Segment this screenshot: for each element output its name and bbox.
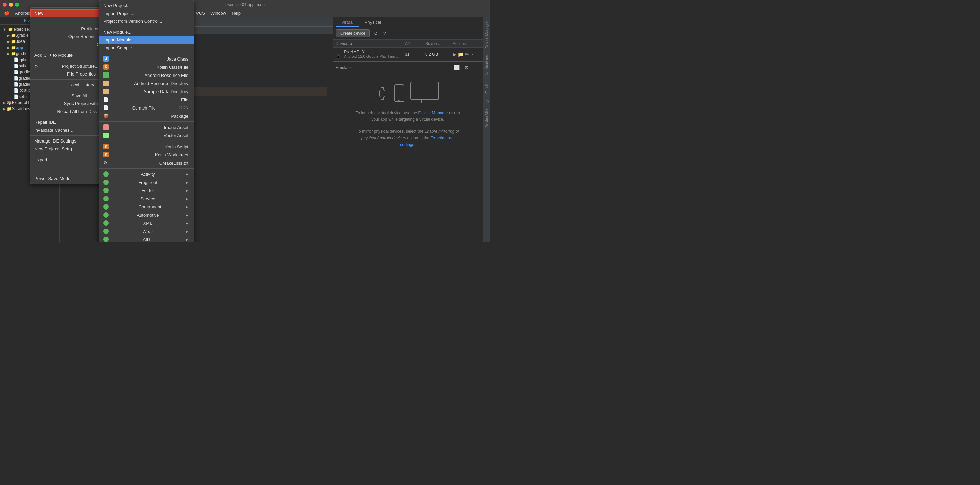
edit-device-button[interactable]: ✏ [465,52,469,57]
menu-help[interactable]: Help [229,10,243,16]
menu-run[interactable]: Run [164,10,177,16]
close-button[interactable] [3,3,7,7]
svg-point-5 [399,100,400,101]
menu-item-manage-ide[interactable]: Manage IDE Settings ▶ [30,137,128,145]
folder-scratch: 📁 [7,106,12,111]
tree-arrow-root: ▼ [3,27,6,31]
folder-icon-root: 📁 [8,27,13,32]
side-tab-device-manager[interactable]: Device Manager [484,18,489,51]
emulator-section: Emulator ⬜ ⚙ — [333,61,482,157]
open-recent-label: Open Recent [68,34,95,39]
help-button[interactable]: ? [382,30,388,37]
device-panel: Virtual Physical Create device ↺ ? Devic… [332,17,482,242]
emulator-header: Emulator ⬜ ⚙ — [336,64,480,71]
label-app: app [16,45,23,50]
header-device: Device ▲ [336,41,405,46]
run-device-button[interactable]: ▶ [453,52,456,57]
more-device-button[interactable]: ⋮ [470,52,475,57]
side-tab-notifications[interactable]: Notifications [484,52,489,78]
menu-item-new[interactable]: New ▶ [30,9,128,17]
open-recent-arrow: ▶ [120,35,123,38]
menu-apple[interactable]: 🍎 [2,10,12,16]
emulator-window-btn[interactable]: ⬜ [453,64,461,71]
maximize-button[interactable] [15,3,19,7]
emulator-settings-btn[interactable]: ⚙ [463,64,470,71]
arrow-gradle-f: ▶ [7,52,10,56]
header-api: API [405,41,425,46]
export-label: Export [34,157,47,162]
menu-refactor[interactable]: Refactor [126,10,148,16]
menu-item-sync-gradle[interactable]: Sync Project with Gradle Files [30,100,128,108]
minimize-button[interactable] [9,3,13,7]
power-save-label: Power Save Mode [34,176,70,181]
close-project-label: Close Project [97,42,123,47]
device-manager-link[interactable]: Device Manager [418,111,448,115]
menu-item-add-cpp[interactable]: Add C++ to Module [30,51,128,59]
file-props-label: File Properties [67,71,96,76]
manage-ide-label: Manage IDE Settings [34,138,76,144]
menu-item-project-structure[interactable]: ⚙ Project Structure... ⌘; [30,62,128,70]
menu-item-reload[interactable]: Reload All from Disk ⌥⌘Y [30,108,128,115]
menu-build[interactable]: Build [148,10,164,16]
project-structure-icon: ⚙ [34,64,41,69]
emulator-content: To launch a virtual device, use the Devi… [336,74,480,155]
file-dropdown[interactable]: New ▶ Open... Profile or Debug APK Open … [30,8,129,184]
sep6 [30,135,128,136]
device-row-pixel: 📱 Pixel API 31 Android 12.0 Google Play … [333,48,482,61]
menu-vcs[interactable]: VCS [193,10,208,16]
repair-ide-label: Repair IDE [34,120,56,125]
side-tab-gradle[interactable]: Gradle [484,79,489,96]
save-all-label: Save All [72,93,88,98]
tab-physical[interactable]: Physical [359,18,387,27]
menu-item-new-projects-setup[interactable]: New Projects Setup ▶ [30,145,128,153]
create-device-button[interactable]: Create device [336,29,370,37]
menu-tools[interactable]: Tools [177,10,193,16]
menu-item-file-props[interactable]: File Properties ▶ [30,70,128,78]
reload-shortcut: ⌥⌘Y [111,109,123,114]
menu-item-save-all[interactable]: Save All ⌘S [30,92,128,100]
menu-item-open-recent[interactable]: Open Recent ▶ [30,33,128,40]
svg-rect-2 [381,97,384,100]
emulator-close-btn[interactable]: — [472,64,480,71]
export-arrow: ▶ [120,158,123,162]
refresh-button[interactable]: ↺ [372,30,379,37]
new-label: New [34,11,43,16]
svg-rect-3 [395,85,404,102]
open-label: Open... [108,18,123,24]
menu-item-local-history[interactable]: Local History ▶ [30,81,128,89]
menu-window[interactable]: Window [208,10,229,16]
file-icon-gw: 📄 [14,76,19,81]
new-arrow: ▶ [120,11,123,15]
menu-item-close-project[interactable]: Close Project [30,40,128,48]
label-idea: .idea [16,39,25,44]
menu-item-open[interactable]: Open... [30,17,128,25]
device-icons [375,81,440,105]
menu-item-print[interactable]: Print... [30,163,128,171]
emulator-title: Emulator [336,65,352,70]
device-size: 8.2 GB [425,52,453,57]
monitor-icon [409,81,440,105]
file-icon-gwb: 📄 [14,82,19,87]
watch-icon [375,87,389,105]
sep2 [30,60,128,61]
menu-item-power-save[interactable]: Power Save Mode [30,174,128,182]
menu-item-repair-ide[interactable]: Repair IDE [30,118,128,126]
menu-item-profile[interactable]: Profile or Debug APK [30,25,128,33]
svg-rect-1 [381,87,384,90]
local-history-arrow: ▶ [120,83,123,87]
arrow-ext: ▶ [3,101,5,105]
menu-item-invalidate[interactable]: Invalidate Caches... [30,126,128,134]
folder-device-button[interactable]: 📁 [458,52,463,57]
manage-ide-arrow: ▶ [120,139,123,143]
tab-virtual[interactable]: Virtual [336,18,359,27]
emulator-description: To launch a virtual device, use the Devi… [353,110,462,123]
side-tab-device-mirroring[interactable]: Device Mirroring [484,98,489,130]
experimental-settings-link[interactable]: Experimental settings [400,136,454,147]
project-structure-label: Project Structure... [62,63,99,69]
traffic-lights [3,3,19,7]
device-icon-pixel: 📱 [336,54,341,59]
invalidate-label: Invalidate Caches... [34,128,73,133]
arrow-gradle: ▶ [7,33,10,38]
folder-gradle: 📁 [11,33,16,38]
menu-item-export[interactable]: Export ▶ [30,156,128,163]
